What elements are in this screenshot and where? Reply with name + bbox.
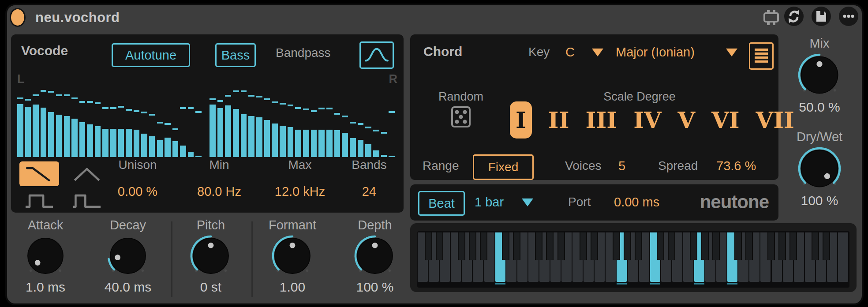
plugin-icon[interactable] xyxy=(762,8,780,29)
rate-dropdown-icon[interactable] xyxy=(522,198,533,206)
knob-value[interactable]: 100 % xyxy=(335,280,415,295)
spectrum-bar xyxy=(110,129,116,157)
param-value[interactable]: 12.0 kHz xyxy=(260,184,340,199)
piano-key-black[interactable] xyxy=(778,232,786,260)
spectrum-bar xyxy=(195,156,202,157)
piano-key-black[interactable] xyxy=(425,232,432,260)
spectrum-peak xyxy=(17,97,23,99)
scale-degree-vi[interactable]: VI xyxy=(711,107,739,133)
spectrum-bar xyxy=(165,138,171,157)
param-min: Min 80.0 Hz xyxy=(180,158,259,199)
knob[interactable] xyxy=(270,234,314,278)
piano-key-black[interactable] xyxy=(812,232,819,260)
piano-key-black[interactable] xyxy=(823,232,830,260)
key-value[interactable]: C xyxy=(565,45,575,60)
bass-button[interactable]: Bass xyxy=(215,43,256,67)
piano-key-black[interactable] xyxy=(789,232,797,260)
knob-value[interactable]: 40.0 ms xyxy=(88,280,168,295)
knob-value[interactable]: 1.0 ms xyxy=(6,280,85,295)
spectrum-bar xyxy=(48,112,54,157)
piano-key-black[interactable] xyxy=(502,232,509,260)
param-value[interactable]: 24 xyxy=(329,184,409,199)
spectrum-bar xyxy=(225,105,231,157)
knob[interactable] xyxy=(353,234,397,278)
piano-key-black[interactable] xyxy=(734,232,742,260)
spectrum-bar xyxy=(134,130,140,157)
knob-value[interactable]: 1.00 xyxy=(253,280,332,295)
autotune-button[interactable]: Autotune xyxy=(112,43,190,67)
knob[interactable] xyxy=(797,146,842,191)
spectrum-bar xyxy=(288,127,294,157)
piano-key-black[interactable] xyxy=(546,232,554,260)
chord-list-button[interactable] xyxy=(749,42,774,70)
spectrum-peak xyxy=(48,91,54,93)
spectrum-bar xyxy=(180,146,186,157)
knob-value[interactable]: 50.0 % xyxy=(780,100,859,115)
port-value[interactable]: 0.00 ms xyxy=(614,195,659,210)
scale-dropdown-icon[interactable] xyxy=(726,49,737,56)
knob-attack: Attack 1.0 ms xyxy=(6,216,85,295)
piano-key-black[interactable] xyxy=(580,232,587,260)
spectrum-peak xyxy=(311,110,317,112)
more-button[interactable] xyxy=(839,7,858,26)
scale-degree-iv[interactable]: IV xyxy=(633,107,661,133)
device-activator-led[interactable] xyxy=(10,8,26,27)
voices-value[interactable]: 5 xyxy=(618,159,625,173)
piano-key-black[interactable] xyxy=(513,232,520,260)
scale-degree-iii[interactable]: III xyxy=(586,107,617,133)
knob[interactable] xyxy=(189,234,233,278)
piano-key-black[interactable] xyxy=(712,232,720,260)
spectrum-peak xyxy=(365,127,371,128)
piano-key-black[interactable] xyxy=(701,232,709,260)
piano-key-black[interactable] xyxy=(745,232,753,260)
piano-key-black[interactable] xyxy=(668,232,675,260)
piano-key-black[interactable] xyxy=(657,232,664,260)
spread-value[interactable]: 73.6 % xyxy=(716,159,756,173)
scale-degree-i[interactable]: I xyxy=(510,101,532,139)
spectrum-bar xyxy=(295,130,301,157)
spectrum-peak xyxy=(134,110,140,112)
spectrum-peak xyxy=(110,107,116,109)
piano-key-black[interactable] xyxy=(535,232,542,260)
param-label: Unison xyxy=(98,158,177,184)
piano-key-white[interactable] xyxy=(838,232,848,282)
piano-key-black[interactable] xyxy=(436,232,443,260)
spectrum-peak xyxy=(318,108,325,109)
spectrum-bar xyxy=(33,105,39,157)
piano-key-black[interactable] xyxy=(624,232,631,260)
knob[interactable] xyxy=(23,234,67,278)
piano-key-black[interactable] xyxy=(458,232,465,260)
piano-key-black[interactable] xyxy=(480,232,487,260)
knob[interactable] xyxy=(106,234,150,278)
scale-degree-v[interactable]: V xyxy=(678,107,696,133)
scale-degree-row: IIIIIIIVVVIVII xyxy=(510,101,794,139)
knob-value[interactable]: 100 % xyxy=(780,193,859,208)
scale-value[interactable]: Major (Ionian) xyxy=(616,45,695,60)
knob-value[interactable]: 0 st xyxy=(171,280,251,295)
spectrum-peak xyxy=(141,112,147,113)
knob-depth: Depth 100 % xyxy=(335,216,415,295)
piano-key-black[interactable] xyxy=(469,232,476,260)
range-label: Range xyxy=(423,159,459,173)
piano-key-black[interactable] xyxy=(557,232,565,260)
key-dropdown-icon[interactable] xyxy=(592,49,603,56)
piano-key-black[interactable] xyxy=(613,232,620,260)
beat-button[interactable]: Beat xyxy=(418,191,465,216)
piano-key-black[interactable] xyxy=(591,232,598,260)
refresh-button[interactable] xyxy=(784,7,804,26)
piano-key-black[interactable] xyxy=(767,232,775,260)
spectrum-bar xyxy=(256,117,262,157)
knob-pitch: Pitch 0 st xyxy=(171,216,251,295)
param-value[interactable]: 80.0 Hz xyxy=(180,184,259,199)
param-value[interactable]: 0.00 % xyxy=(98,184,177,199)
piano-key-black[interactable] xyxy=(635,232,642,260)
range-fixed-button[interactable]: Fixed xyxy=(473,154,534,180)
knob[interactable] xyxy=(797,52,842,98)
random-dice-button[interactable] xyxy=(451,106,471,130)
rate-value[interactable]: 1 bar xyxy=(475,195,504,210)
save-button[interactable] xyxy=(812,7,831,26)
piano-key-black[interactable] xyxy=(690,232,697,260)
scale-degree-ii[interactable]: II xyxy=(548,107,569,133)
spectrum-bar xyxy=(141,134,147,157)
bandpass-curve-button[interactable] xyxy=(359,41,394,69)
